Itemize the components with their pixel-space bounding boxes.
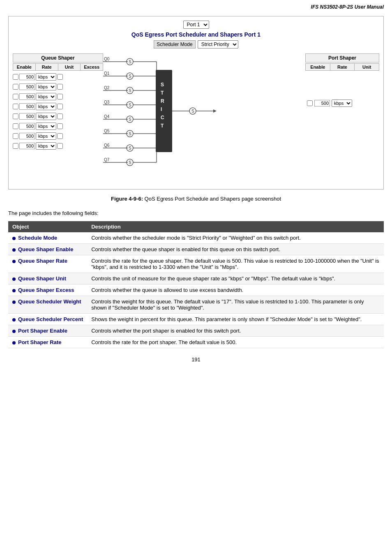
table-cell-object: Port Shaper Enable — [8, 325, 87, 337]
q1-excess-checkbox[interactable] — [57, 84, 63, 90]
figure-label: Figure 4-9-6: — [111, 196, 143, 202]
table-cell-object: Queue Shaper Rate — [8, 255, 87, 273]
port-select[interactable]: Port 1 Port 2 Port 3 — [183, 21, 209, 29]
queue-shaper-header: Queue Shaper — [13, 53, 103, 62]
q4-excess-checkbox[interactable] — [57, 113, 63, 119]
q7-unit-select[interactable]: kbpsMbps — [36, 142, 56, 150]
q6-unit-select[interactable]: kbpsMbps — [36, 132, 56, 140]
table-cell-object: Queue Shaper Excess — [8, 284, 87, 296]
svg-text:S: S — [191, 109, 194, 113]
page-header: IFS NS3502-8P-2S User Manual — [0, 0, 392, 12]
q4-rate-input[interactable] — [19, 113, 35, 120]
q0-enable-checkbox[interactable] — [13, 74, 18, 80]
svg-text:Q2: Q2 — [104, 86, 110, 90]
svg-text:Q5: Q5 — [104, 129, 110, 133]
queue-row-q7: kbpsMbps — [13, 142, 103, 150]
qos-diagram-box: Port 1 Port 2 Port 3 QoS Egress Port Sch… — [8, 16, 384, 190]
table-cell-description: Controls the rate for the queue shaper. … — [87, 255, 384, 273]
bullet-icon — [12, 237, 16, 240]
q0-unit-select[interactable]: kbpsMbps — [36, 73, 56, 81]
qs-col-excess: Excess — [81, 64, 103, 70]
q1-rate-input[interactable] — [19, 83, 35, 90]
scheduler-mode-row: Scheduler Mode Strict Priority Weighted — [13, 40, 379, 49]
q2-enable-checkbox[interactable] — [13, 94, 18, 99]
main-container: Port 1 Port 2 Port 3 QoS Egress Port Sch… — [0, 12, 392, 367]
q3-excess-checkbox[interactable] — [57, 104, 63, 109]
port-shaper-columns: Enable Rate Unit — [305, 63, 379, 71]
svg-text:T: T — [161, 90, 164, 96]
svg-text:S: S — [129, 88, 131, 93]
ps-col-enable: Enable — [306, 64, 330, 70]
svg-text:Q4: Q4 — [104, 114, 110, 119]
qos-main-title: QoS Egress Port Scheduler and Shapers Po… — [13, 31, 379, 38]
q4-enable-checkbox[interactable] — [13, 113, 18, 119]
port-shaper-row: kbps Mbps — [305, 99, 379, 107]
bullet-icon — [12, 341, 16, 345]
svg-text:S: S — [129, 132, 131, 136]
figure-text: QoS Egress Port Schedule and Shapers pag… — [145, 196, 281, 202]
q5-enable-checkbox[interactable] — [13, 123, 18, 129]
q3-rate-input[interactable] — [19, 103, 35, 110]
port-shaper-unit-select[interactable]: kbps Mbps — [332, 99, 352, 107]
table-header-description: Description — [87, 221, 384, 232]
q4-unit-select[interactable]: kbpsMbps — [36, 113, 56, 120]
svg-text:S: S — [161, 82, 164, 88]
q6-rate-input[interactable] — [19, 133, 35, 139]
svg-text:S: S — [129, 117, 131, 122]
table-cell-object: Queue Scheduler Weight — [8, 296, 87, 314]
table-cell-object: Queue Shaper Unit — [8, 273, 87, 284]
q6-enable-checkbox[interactable] — [13, 133, 18, 139]
qs-col-rate: Rate — [36, 64, 58, 70]
shaper-diagram: Queue Shaper Enable Rate Unit Excess kbp… — [13, 53, 379, 185]
svg-text:Q6: Q6 — [104, 143, 110, 148]
description-table: Object Description Schedule ModeControls… — [8, 221, 384, 348]
q7-excess-checkbox[interactable] — [57, 143, 63, 149]
diagram-svg: Q0 S Q1 S Q2 S Q3 S — [103, 53, 226, 181]
table-row: Queue Shaper ExcessControls whether the … — [8, 284, 384, 296]
q2-excess-checkbox[interactable] — [57, 94, 63, 99]
table-row: Port Shaper EnableControls whether the p… — [8, 325, 384, 337]
q3-enable-checkbox[interactable] — [13, 104, 18, 109]
q7-enable-checkbox[interactable] — [13, 143, 18, 149]
q0-excess-checkbox[interactable] — [57, 74, 63, 80]
bullet-icon — [12, 330, 16, 333]
qs-col-enable: Enable — [13, 64, 36, 70]
table-cell-description: Controls whether the port shaper is enab… — [87, 325, 384, 337]
svg-text:Q0: Q0 — [104, 57, 110, 61]
scheduler-mode-select[interactable]: Strict Priority Weighted — [198, 40, 238, 49]
queue-row-q5: kbpsMbps — [13, 123, 103, 130]
figure-caption: Figure 4-9-6: QoS Egress Port Schedule a… — [8, 196, 384, 202]
ps-col-unit: Unit — [355, 64, 379, 70]
table-row: Queue Shaper UnitControls the unit of me… — [8, 273, 384, 284]
table-cell-description: Controls the unit of measure for the que… — [87, 273, 384, 284]
q5-unit-select[interactable]: kbpsMbps — [36, 123, 56, 130]
q1-unit-select[interactable]: kbpsMbps — [36, 83, 56, 90]
port-shaper-rate-input[interactable] — [314, 100, 330, 106]
svg-text:S: S — [129, 74, 131, 79]
ps-col-rate: Rate — [330, 64, 355, 70]
q3-unit-select[interactable]: kbpsMbps — [36, 103, 56, 110]
table-header-object: Object — [8, 221, 87, 232]
q5-excess-checkbox[interactable] — [57, 123, 63, 129]
port-shaper-section: Port Shaper Enable Rate Unit kbps Mbps — [305, 53, 379, 107]
svg-text:Q1: Q1 — [104, 71, 110, 76]
q2-unit-select[interactable]: kbpsMbps — [36, 93, 56, 100]
bullet-icon — [12, 248, 16, 252]
svg-text:S: S — [129, 103, 131, 107]
q5-rate-input[interactable] — [19, 123, 35, 130]
diagram-middle: Q0 S Q1 S Q2 S Q3 S — [103, 53, 305, 185]
q0-rate-input[interactable] — [19, 74, 35, 80]
table-cell-description: Controls whether the scheduler mode is "… — [87, 232, 384, 244]
table-row: Schedule ModeControls whether the schedu… — [8, 232, 384, 244]
bullet-icon — [12, 289, 16, 292]
bullet-icon — [12, 318, 16, 321]
q2-rate-input[interactable] — [19, 93, 35, 100]
q1-enable-checkbox[interactable] — [13, 84, 18, 90]
q6-excess-checkbox[interactable] — [57, 133, 63, 139]
svg-text:S: S — [129, 160, 131, 165]
svg-text:R: R — [161, 98, 164, 104]
port-shaper-enable-checkbox[interactable] — [307, 100, 313, 106]
svg-text:C: C — [161, 115, 164, 120]
page-number: 191 — [8, 356, 384, 363]
q7-rate-input[interactable] — [19, 143, 35, 149]
